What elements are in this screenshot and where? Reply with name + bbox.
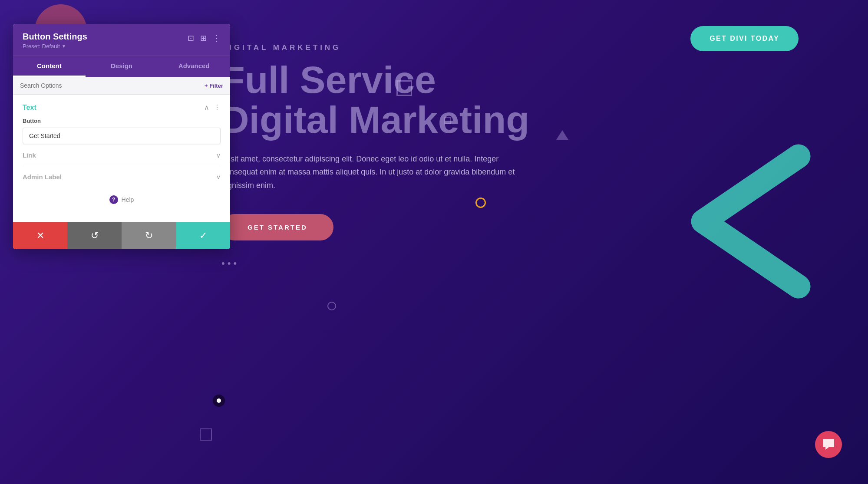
tab-content[interactable]: Content	[13, 56, 86, 77]
filter-button[interactable]: + Filter	[205, 82, 223, 89]
top-cta-button[interactable]: GET DIVI TODAY	[690, 26, 799, 51]
hero-body-text: or sit amet, consectetur adipiscing elit…	[221, 152, 517, 192]
hero-dots: •••	[221, 258, 868, 269]
help-label: Help	[122, 196, 134, 203]
hero-cta-button[interactable]: GET STARTED	[221, 214, 333, 240]
grid-icon[interactable]: ⊞	[200, 33, 207, 43]
button-text-input[interactable]	[23, 128, 221, 144]
cancel-button[interactable]: ✕	[13, 222, 67, 249]
hero-title: Full Service Digital Marketing	[221, 60, 868, 140]
confirm-button[interactable]: ✓	[176, 222, 230, 249]
panel-header: Button Settings Preset: Default ▼ ⊡ ⊞ ⋮	[13, 24, 230, 56]
admin-label-text: Admin Label	[23, 173, 62, 181]
section-more-icon[interactable]: ⋮	[214, 103, 221, 112]
tab-design[interactable]: Design	[86, 56, 158, 77]
panel-search-bar: + Filter	[13, 77, 230, 95]
help-icon: ?	[109, 195, 118, 204]
hero-section: DIGITAL MARKETING Full Service Digital M…	[221, 43, 868, 269]
panel-tabs: Content Design Advanced	[13, 56, 230, 77]
text-section-title: Text	[23, 104, 36, 112]
link-label: Link	[23, 151, 36, 159]
help-section[interactable]: ? Help	[23, 188, 221, 214]
panel-preset[interactable]: Preset: Default ▼	[23, 43, 87, 49]
undo-button[interactable]: ↺	[67, 222, 122, 249]
search-input[interactable]	[20, 82, 200, 89]
link-chevron-icon: ∨	[216, 152, 221, 159]
admin-label-chevron-icon: ∨	[216, 174, 221, 181]
chat-bubble-button[interactable]	[815, 431, 842, 458]
panel-title: Button Settings	[23, 32, 87, 42]
more-icon[interactable]: ⋮	[213, 33, 221, 43]
button-field-label: Button	[23, 118, 221, 124]
link-accordion[interactable]: Link ∨	[23, 144, 221, 166]
button-settings-panel: Button Settings Preset: Default ▼ ⊡ ⊞ ⋮ …	[13, 24, 230, 249]
deco-circle-bottom	[327, 302, 336, 310]
admin-label-accordion[interactable]: Admin Label ∨	[23, 166, 221, 188]
expand-icon[interactable]: ⊡	[188, 33, 194, 43]
deco-square-bottom	[200, 428, 212, 441]
collapse-icon[interactable]: ∧	[204, 103, 209, 112]
redo-button[interactable]: ↻	[122, 222, 176, 249]
text-section-header: Text ∧ ⋮	[23, 103, 221, 112]
cursor-indicator	[213, 395, 225, 407]
panel-footer: ✕ ↺ ↻ ✓	[13, 222, 230, 249]
panel-header-icons: ⊡ ⊞ ⋮	[188, 33, 221, 43]
panel-body: Text ∧ ⋮ Button Link ∨ Admin Label ∨ ? H…	[13, 95, 230, 222]
tab-advanced[interactable]: Advanced	[158, 56, 230, 77]
